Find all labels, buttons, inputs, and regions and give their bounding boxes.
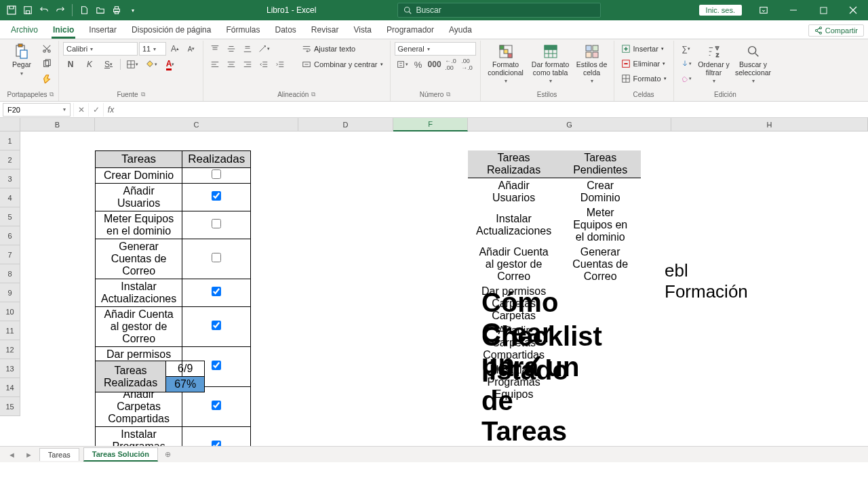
split-pending-cell[interactable] bbox=[559, 284, 641, 323]
row-header-7[interactable]: 7 bbox=[0, 245, 20, 264]
task-cell[interactable]: Instalar Actualizaciones bbox=[96, 279, 182, 307]
shrink-font-button[interactable]: A▾ bbox=[184, 42, 199, 56]
copy-button[interactable] bbox=[39, 57, 54, 70]
sort-filter-button[interactable]: Z Ordenar y filtrar▾ bbox=[697, 42, 731, 84]
split-pending-cell[interactable]: Generar Cuentas de Correo bbox=[559, 245, 641, 284]
save-icon[interactable] bbox=[20, 3, 35, 18]
task-checkbox[interactable] bbox=[212, 191, 221, 201]
font-color-button[interactable]: A▾ bbox=[163, 58, 178, 71]
split-done-cell[interactable]: Añadir Cuenta al gestor de Correo bbox=[468, 245, 559, 284]
task-checkbox[interactable] bbox=[212, 401, 221, 410]
split-pending-cell[interactable]: Crear Dominio bbox=[559, 178, 641, 206]
done-cell[interactable] bbox=[182, 307, 251, 347]
task-cell[interactable]: Instalar Programas Equipos bbox=[96, 427, 182, 447]
split-pending-cell[interactable]: Meter Equipos en el dominio bbox=[559, 205, 641, 245]
col-header-B[interactable]: B bbox=[20, 118, 95, 131]
tab-insert[interactable]: Insertar bbox=[82, 22, 123, 39]
fill-color-button[interactable]: ▾ bbox=[144, 58, 159, 71]
minimize-button[interactable] bbox=[778, 0, 808, 20]
split-done-cell[interactable]: Instalar Actualizaciones bbox=[468, 205, 559, 245]
row-header-6[interactable]: 6 bbox=[0, 226, 20, 245]
insert-cells-button[interactable]: Insertar▾ bbox=[618, 42, 669, 56]
task-checkbox[interactable] bbox=[212, 219, 221, 228]
fb-fx-icon[interactable]: fx bbox=[103, 103, 118, 117]
print-icon[interactable] bbox=[109, 3, 124, 18]
align-middle-button[interactable] bbox=[224, 42, 239, 56]
underline-button[interactable]: S ▾ bbox=[101, 58, 116, 71]
tab-help[interactable]: Ayuda bbox=[442, 22, 479, 39]
indent-dec-button[interactable] bbox=[256, 58, 271, 71]
align-top-button[interactable] bbox=[208, 42, 222, 56]
fill-button[interactable]: ▾ bbox=[678, 57, 694, 70]
done-cell[interactable] bbox=[182, 279, 251, 307]
paste-button[interactable]: Pegar ▾ bbox=[7, 42, 37, 77]
orientation-button[interactable]: ▾ bbox=[256, 42, 271, 56]
decrease-decimal-button[interactable]: .00→.0 bbox=[460, 58, 475, 71]
font-name-combo[interactable]: Calibri▾ bbox=[63, 42, 138, 56]
row-header-4[interactable]: 4 bbox=[0, 188, 20, 207]
open-icon[interactable] bbox=[93, 3, 108, 18]
done-cell[interactable] bbox=[182, 168, 251, 184]
row-header-9[interactable]: 9 bbox=[0, 283, 20, 302]
tab-view[interactable]: Vista bbox=[347, 22, 378, 39]
close-button[interactable] bbox=[838, 0, 868, 20]
share-button[interactable]: Compartir bbox=[808, 24, 864, 37]
align-left-button[interactable] bbox=[208, 58, 222, 71]
align-bottom-button[interactable] bbox=[240, 42, 255, 56]
row-header-2[interactable]: 2 bbox=[0, 150, 20, 169]
row-header-11[interactable]: 11 bbox=[0, 321, 20, 340]
row-header-14[interactable]: 14 bbox=[0, 378, 20, 397]
row-header-8[interactable]: 8 bbox=[0, 264, 20, 283]
done-cell[interactable] bbox=[182, 239, 251, 279]
row-header-5[interactable]: 5 bbox=[0, 207, 20, 226]
format-cells-button[interactable]: Formato▾ bbox=[618, 72, 669, 85]
font-dialog-icon[interactable]: ⧉ bbox=[141, 91, 145, 98]
italic-button[interactable]: K bbox=[82, 58, 97, 71]
undo-icon[interactable] bbox=[37, 3, 52, 18]
tab-file[interactable]: Archivo bbox=[4, 22, 45, 39]
percent-button[interactable]: % bbox=[411, 58, 426, 71]
row-header-15[interactable]: 15 bbox=[0, 397, 20, 416]
sheet-nav-prev[interactable]: ◄ bbox=[5, 451, 18, 459]
number-format-combo[interactable]: General▾ bbox=[395, 42, 476, 56]
bold-button[interactable]: N bbox=[63, 58, 78, 71]
col-header-C[interactable]: C bbox=[95, 118, 298, 131]
accounting-button[interactable]: ▾ bbox=[395, 58, 410, 71]
font-size-combo[interactable]: 11▾ bbox=[139, 42, 166, 56]
task-cell[interactable]: Añadir Carpetas Compartidas bbox=[96, 387, 182, 427]
format-table-button[interactable]: Dar formato como tabla▾ bbox=[530, 42, 572, 84]
row-header-10[interactable]: 10 bbox=[0, 302, 20, 321]
formula-input[interactable] bbox=[118, 103, 868, 117]
cell-styles-button[interactable]: Estilos de celda▾ bbox=[574, 42, 610, 84]
indent-inc-button[interactable] bbox=[273, 58, 288, 71]
maximize-button[interactable] bbox=[808, 0, 838, 20]
tab-review[interactable]: Revisar bbox=[304, 22, 346, 39]
cut-button[interactable] bbox=[39, 42, 54, 56]
find-select-button[interactable]: Buscar y seleccionar▾ bbox=[734, 42, 773, 84]
grow-font-button[interactable]: A▴ bbox=[167, 42, 182, 56]
alignment-dialog-icon[interactable]: ⧉ bbox=[311, 91, 315, 98]
task-checkbox[interactable] bbox=[212, 169, 221, 179]
signin-button[interactable]: Inic. ses. bbox=[699, 5, 742, 16]
merge-center-button[interactable]: Combinar y centrar▾ bbox=[299, 58, 386, 71]
col-header-F[interactable]: F bbox=[393, 118, 468, 131]
increase-decimal-button[interactable]: ←.0.00 bbox=[443, 58, 458, 71]
row-header-3[interactable]: 3 bbox=[0, 169, 20, 188]
borders-button[interactable]: ▾ bbox=[125, 58, 140, 71]
clipboard-dialog-icon[interactable]: ⧉ bbox=[50, 91, 54, 98]
task-checkbox[interactable] bbox=[212, 253, 221, 262]
fb-cancel-icon[interactable]: ✕ bbox=[73, 103, 88, 117]
autosum-button[interactable]: ∑▾ bbox=[678, 42, 694, 56]
clear-button[interactable]: ▾ bbox=[678, 72, 694, 85]
col-header-D[interactable]: D bbox=[298, 118, 393, 131]
delete-cells-button[interactable]: Eliminar▾ bbox=[618, 57, 669, 70]
align-center-button[interactable] bbox=[224, 58, 239, 71]
row-header-13[interactable]: 13 bbox=[0, 359, 20, 378]
fb-enter-icon[interactable]: ✓ bbox=[88, 103, 103, 117]
wrap-text-button[interactable]: Ajustar texto bbox=[299, 42, 386, 56]
tab-home[interactable]: Inicio bbox=[46, 22, 81, 39]
sheet-nav-next[interactable]: ► bbox=[22, 451, 35, 459]
redo-icon[interactable] bbox=[53, 3, 68, 18]
row-header-12[interactable]: 12 bbox=[0, 340, 20, 359]
sheet-tab-1[interactable]: Tareas bbox=[39, 448, 79, 461]
